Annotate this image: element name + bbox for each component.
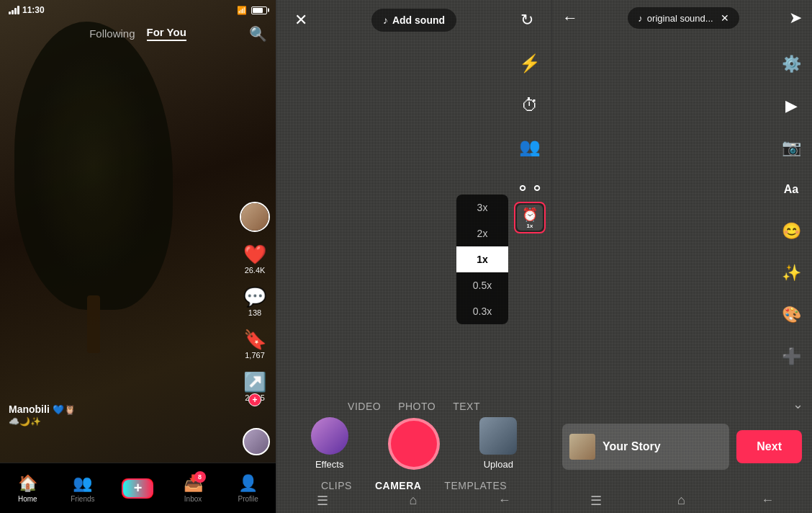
tab-clips[interactable]: CLIPS xyxy=(321,480,352,491)
camera-record-area: Effects Upload xyxy=(276,417,551,470)
sound-name: original sound... xyxy=(647,13,713,24)
home-icon: 🏠 xyxy=(18,474,37,493)
status-left: 11:30 xyxy=(9,5,45,15)
sticker-tool[interactable]: ✨ xyxy=(777,259,805,287)
timer-tool[interactable]: ⏱ xyxy=(517,92,543,118)
speed-3x[interactable]: 3x xyxy=(456,195,508,220)
timer-selected-button[interactable]: ⏰ 1x xyxy=(514,202,546,233)
effects-thumbnail xyxy=(311,417,348,455)
share-system-nav: ☰ ⌂ ← xyxy=(552,493,812,509)
music-note-icon-share: ♪ xyxy=(638,13,643,24)
photo-tool[interactable]: 📷 xyxy=(777,134,805,161)
follow-plus-button[interactable]: + xyxy=(248,393,261,406)
tab-camera[interactable]: CAMERA xyxy=(375,480,421,491)
inbox-label: Inbox xyxy=(184,495,202,503)
feed-tabs: Following For You xyxy=(89,26,186,41)
feed-panel: 11:30 📶 Following For You 🔍 + ❤️ 26.4K xyxy=(0,0,276,513)
add-tool[interactable]: ➕ xyxy=(777,343,805,370)
add-friend-tool[interactable]: 👥 xyxy=(517,134,543,160)
home-system-icon[interactable]: ⌂ xyxy=(410,493,418,509)
username-emoji: 💙🦉 xyxy=(53,404,76,415)
back-system-icon[interactable]: ← xyxy=(498,493,511,509)
inbox-container: 📥 8 xyxy=(184,474,203,493)
profile-avatar-bottom[interactable] xyxy=(243,428,270,455)
settings-tool[interactable]: ⚙️ xyxy=(777,50,805,78)
friends-icon: 👥 xyxy=(73,474,92,493)
nav-friends[interactable]: 👥 Friends xyxy=(55,474,111,503)
friends-label: Friends xyxy=(71,495,94,503)
refresh-button[interactable]: ↻ xyxy=(514,7,540,33)
filter-tool[interactable]: 🎨 xyxy=(777,301,805,329)
add-sound-button[interactable]: ♪ Add sound xyxy=(371,9,456,32)
speed-2x[interactable]: 2x xyxy=(456,220,508,246)
mode-photo[interactable]: PHOTO xyxy=(398,401,436,412)
speed-1x[interactable]: 1x xyxy=(456,246,508,272)
upload-thumbnail xyxy=(479,417,517,455)
sound-remove-button[interactable]: ✕ xyxy=(721,12,729,24)
camera-mode-tabs: VIDEO PHOTO TEXT xyxy=(276,401,551,412)
next-button[interactable]: Next xyxy=(736,430,802,463)
effects-label: Effects xyxy=(315,459,344,470)
music-note-icon: ♪ xyxy=(383,14,388,26)
camera-tools: ⚡ ⏱ 👥 ⚬⚬ xyxy=(517,50,543,202)
bookmark-button[interactable]: 🔖 1,767 xyxy=(243,330,266,360)
back-button[interactable]: ← xyxy=(562,9,578,27)
nav-inbox[interactable]: 📥 8 Inbox xyxy=(166,474,221,503)
share-tools: ⚙️ ▶ 📷 Aa 😊 ✨ 🎨 ➕ xyxy=(777,50,805,370)
status-bar: 11:30 📶 xyxy=(0,0,276,20)
mode-video[interactable]: VIDEO xyxy=(348,401,381,412)
bubble-tool[interactable]: ⚬⚬ xyxy=(517,176,543,202)
bookmark-icon: 🔖 xyxy=(243,330,266,349)
close-button[interactable]: ✕ xyxy=(288,7,314,33)
like-count: 26.4K xyxy=(245,266,266,275)
back-icon-share[interactable]: ← xyxy=(761,493,774,509)
video-edit-tool[interactable]: ▶ xyxy=(777,92,805,120)
comment-button[interactable]: 💬 138 xyxy=(243,287,266,317)
speed-03x[interactable]: 0.3x xyxy=(456,298,508,324)
create-button[interactable]: + xyxy=(122,478,153,499)
comment-icon: 💬 xyxy=(243,287,266,306)
send-button[interactable]: ➤ xyxy=(789,9,802,27)
more-tools-indicator[interactable]: ⌄ xyxy=(793,396,803,412)
nav-create[interactable]: + xyxy=(110,478,166,499)
speed-selector: 3x 2x 1x 0.5x 0.3x xyxy=(456,195,508,324)
feed-username: Manobili 💙🦉 ☁️🌙✨ xyxy=(9,403,76,427)
tab-foryou[interactable]: For You xyxy=(147,26,186,41)
upload-button[interactable]: Upload xyxy=(479,417,517,470)
profile-label: Profile xyxy=(238,495,258,503)
share-panel: ← ♪ original sound... ✕ ➤ ⚙️ ▶ 📷 Aa 😊 ✨ … xyxy=(552,0,812,513)
sound-pill[interactable]: ♪ original sound... ✕ xyxy=(628,7,739,29)
text-tool[interactable]: Aa xyxy=(777,176,805,203)
share-bottom-bar: Your Story Next xyxy=(552,424,812,470)
search-icon[interactable]: 🔍 xyxy=(249,25,267,43)
speed-05x[interactable]: 0.5x xyxy=(456,272,508,298)
creator-avatar[interactable] xyxy=(240,202,270,232)
tab-templates[interactable]: TEMPLATES xyxy=(444,480,507,491)
comment-count: 138 xyxy=(248,308,261,317)
creator-avatar-container: + xyxy=(240,202,270,232)
nav-home[interactable]: 🏠 Home xyxy=(0,474,55,503)
home-icon-share[interactable]: ⌂ xyxy=(677,493,685,509)
battery-icon xyxy=(251,6,267,14)
signal-icon xyxy=(9,6,19,14)
effects-button[interactable]: Effects xyxy=(311,417,348,470)
your-story-label: Your Story xyxy=(603,440,661,453)
like-button[interactable]: ❤️ 26.4K xyxy=(243,245,266,275)
your-story-button[interactable]: Your Story xyxy=(562,424,729,470)
timer-speed-label: 1x xyxy=(527,223,533,229)
heart-icon: ❤️ xyxy=(243,245,266,264)
bookmark-count: 1,767 xyxy=(245,351,265,360)
flash-tool[interactable]: ⚡ xyxy=(517,50,543,76)
add-sound-label: Add sound xyxy=(392,14,445,26)
menu-icon[interactable]: ☰ xyxy=(317,493,328,509)
mode-text[interactable]: TEXT xyxy=(453,401,480,412)
bottom-nav: 🏠 Home 👥 Friends + 📥 8 Inbox 👤 Profile xyxy=(0,463,276,513)
record-button[interactable] xyxy=(388,418,440,470)
status-time: 11:30 xyxy=(22,5,45,15)
tab-following[interactable]: Following xyxy=(89,27,135,40)
emoji-tool[interactable]: 😊 xyxy=(777,218,805,245)
nav-profile[interactable]: 👤 Profile xyxy=(220,474,276,503)
menu-icon-share[interactable]: ☰ xyxy=(590,493,602,509)
wifi-icon: 📶 xyxy=(237,6,247,15)
inbox-badge: 8 xyxy=(194,471,206,483)
